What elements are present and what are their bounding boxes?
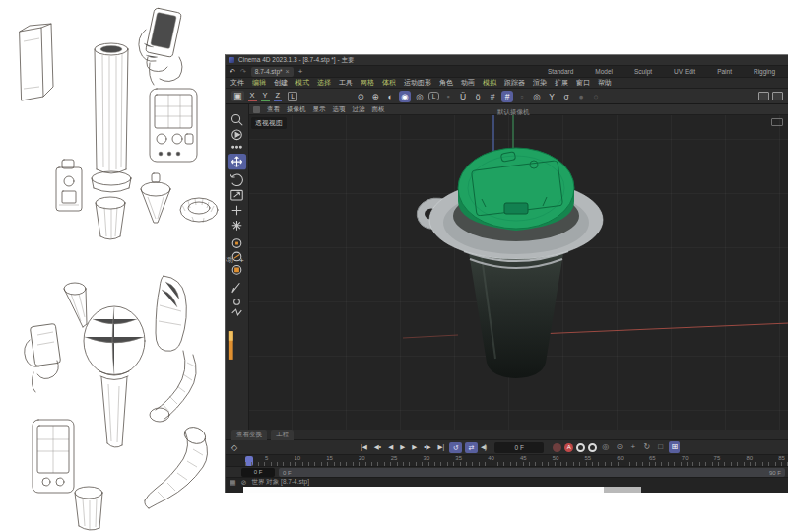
menu-item[interactable]: 运动图形 [404,78,431,88]
status-circle-icon[interactable]: ⊘ [241,478,247,487]
key-mode-icon[interactable]: + [627,441,638,453]
rotate-tool-icon[interactable] [230,174,243,186]
menu-item[interactable]: 跟踪器 [504,78,525,88]
title-bar[interactable]: Cinema 4D 2023.1.3 - [8.7-4.stp *] - 主要 [226,55,788,66]
move-tool-icon[interactable] [228,154,246,169]
cup-model[interactable] [417,148,603,378]
coordinates-cube-icon[interactable]: ▣ [231,91,244,101]
toolbar-icon[interactable]: Ü [457,91,469,102]
transform-tool-icon[interactable] [232,206,242,216]
toolbar-icon[interactable]: ○ [590,91,602,102]
record-muted-icon[interactable] [553,443,561,452]
axis-lock-z-button[interactable]: Z [274,91,283,101]
playback-toggle[interactable]: ↺ [449,442,462,453]
new-tab-button[interactable]: + [298,67,303,76]
record-ring-icon[interactable] [576,443,585,452]
menu-item[interactable]: 选择 [317,78,331,88]
transport-button[interactable]: ▶ [410,441,419,453]
keyframe-diamond-icon[interactable]: ◇ [231,443,237,452]
menu-item[interactable]: 网格 [361,78,374,88]
spline-tool-icon[interactable] [232,309,242,315]
menu-item[interactable]: 角色 [439,78,453,88]
viewport-menu-item[interactable]: 选项 [333,105,346,114]
workspace-tab[interactable]: Standard [548,68,573,75]
workspace-tab[interactable]: Paint [717,68,732,75]
points-mode-icon[interactable] [232,239,241,248]
status-grid-icon[interactable]: ▦ [230,478,236,487]
menu-item[interactable]: 动画 [461,78,475,88]
close-tab-icon[interactable]: × [286,68,290,75]
view-label[interactable]: 透视视图 [251,117,287,129]
playback-toggle[interactable]: ⇄ [465,442,478,453]
current-frame-field[interactable]: 0 F [494,442,544,453]
menu-item[interactable]: 模拟 [483,78,496,88]
viewport-layout-icon[interactable] [771,118,783,126]
transport-button[interactable]: ◀ [386,441,395,453]
menu-item[interactable]: 扩展 [555,78,568,88]
viewport-menu-item[interactable]: 显示 [313,105,326,114]
render-settings-icon[interactable] [772,92,783,100]
toolbar-icon[interactable]: # [501,91,513,102]
viewport-menu-icon[interactable] [253,106,260,113]
workspace-tab[interactable]: Sculpt [634,68,652,75]
redo-icon[interactable]: ↷ [240,67,246,77]
workspace-tab[interactable]: Model [595,68,613,75]
key-mode-icon[interactable]: □ [655,441,666,453]
toolbar-icon[interactable]: ▪ [442,91,454,102]
perspective-viewport[interactable]: 查看摄像机显示选项过滤面板 透视视图 默认摄像机 [249,104,788,430]
pen-tool-icon[interactable] [232,283,240,293]
toolbar-icon[interactable]: ⊕ [369,91,381,102]
multi-axis-tool-icon[interactable] [232,221,242,231]
toolbar-icon[interactable]: σ [560,91,572,102]
menu-item[interactable]: 工具 [339,78,353,88]
transport-button[interactable]: ▶| [435,441,446,453]
toolbar-icon[interactable]: ◉ [399,91,411,102]
toolbar-icon[interactable]: ◎ [531,91,543,102]
toolbar-icon[interactable]: L [428,92,439,100]
viewport-menu-item[interactable]: 面板 [372,105,385,114]
scale-tool-icon[interactable] [231,190,243,200]
axis-lock-y-button[interactable]: Y [261,91,270,101]
key-mode-icon[interactable]: ◎ [600,441,611,453]
toolbar-icon[interactable]: ▫ [516,91,528,102]
sound-icon[interactable]: ◀) [481,443,486,451]
marker-tool-icon[interactable] [234,299,240,305]
document-tab[interactable]: 8.7-4.stp* × [251,67,294,77]
toolbar-icon[interactable]: # [487,91,498,102]
playback-tool-icon[interactable] [232,130,242,140]
transport-button[interactable]: |◀ [359,441,369,453]
workplane-icon[interactable]: L [288,92,297,101]
menu-item[interactable]: 体积 [382,78,396,88]
transport-button[interactable]: ◀• [372,441,383,453]
key-mode-icon[interactable]: ⊙ [614,441,624,453]
menu-item[interactable]: 模式 [296,78,309,88]
timeline-ruler[interactable]: 510152025303540455055606570758085 [226,455,788,467]
zoom-tool-icon[interactable] [232,115,243,126]
toolbar-icon[interactable]: Y [546,91,558,102]
viewport-menu-item[interactable]: 摄像机 [287,105,306,114]
toolbar-icon[interactable]: ◎ [414,91,426,102]
key-mode-icon[interactable]: ⊞ [669,441,680,453]
viewport-menu-item[interactable]: 查看 [267,105,280,114]
workspace-tab[interactable]: Rigging [754,68,775,75]
toolbar-icon[interactable]: ◐ [384,91,396,102]
autokey-icon[interactable]: A [564,443,573,452]
undo-icon[interactable]: ↶ [230,67,235,77]
toolbar-icon[interactable]: ö [472,91,484,102]
options-dots-icon[interactable] [232,146,242,148]
menu-item[interactable]: 创建 [274,78,288,88]
menu-item[interactable]: 窗口 [576,78,590,88]
menu-item[interactable]: 编辑 [252,78,266,88]
menu-item[interactable]: 渲染 [533,78,547,88]
render-view-icon[interactable] [758,92,769,100]
toolbar-icon[interactable]: ⊙ [355,91,366,102]
range-slider[interactable]: 0 F 90 F [279,468,785,477]
current-frame-box[interactable]: 0 F [241,468,275,477]
axis-lock-x-button[interactable]: X [248,91,257,101]
menu-item[interactable]: 帮助 [598,78,612,88]
toolbar-icon[interactable]: ● [575,91,587,102]
polygons-mode-icon[interactable] [232,266,241,275]
viewport-menu-item[interactable]: 过滤 [353,105,365,114]
bottom-scroll-thumb[interactable] [604,487,641,493]
key-mode-icon[interactable]: ↻ [641,441,652,453]
